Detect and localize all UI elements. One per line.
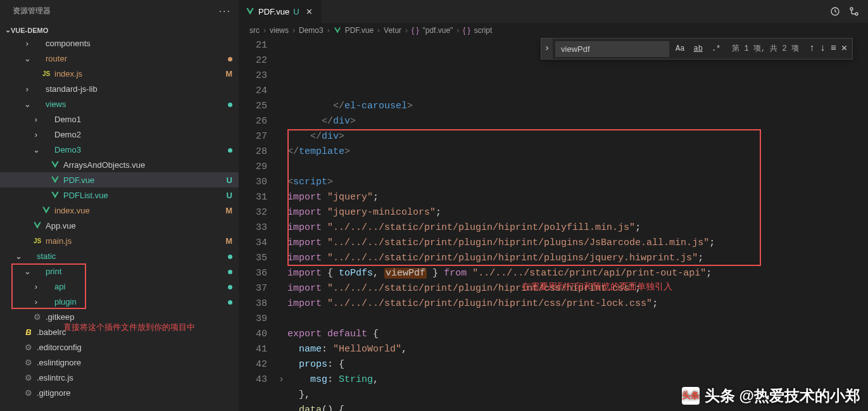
- find-prev-icon[interactable]: ↑: [809, 41, 815, 56]
- tree-item-status: [220, 282, 232, 291]
- tree-item-label: .eslintignore: [37, 358, 220, 367]
- tree-item--editorconfig[interactable]: ⚙.editorconfig: [0, 339, 239, 355]
- tree-item-status: [220, 267, 232, 276]
- tree-item--gitignore[interactable]: ⚙.gitignore: [0, 385, 239, 400]
- tree-item-views[interactable]: ⌄views: [0, 96, 239, 111]
- tree-item-label: .eslintrc.js: [37, 373, 220, 383]
- editor-body[interactable]: 2122232425262728293031323334353637383940…: [239, 38, 868, 411]
- tree-item-status: M: [220, 236, 232, 246]
- file-tree: ›components⌄routerJSindex.jsM›standard-j…: [0, 35, 239, 400]
- chevron-icon: ›: [23, 84, 32, 94]
- whole-word-toggle[interactable]: ab: [691, 40, 705, 58]
- tree-item-pdf-vue[interactable]: PDF.vueU: [0, 172, 239, 187]
- chevron-icon: ›: [32, 130, 41, 139]
- tree-item-print[interactable]: ⌄print: [0, 263, 239, 279]
- chevron-icon: ›: [23, 39, 32, 48]
- file-icon: ⚙: [23, 343, 34, 352]
- breadcrumb-seg[interactable]: script: [474, 26, 493, 35]
- file-icon: ⚙: [32, 312, 43, 322]
- tree-item-label: api: [54, 282, 220, 291]
- tree-item-label: index.js: [54, 69, 220, 79]
- svg-point-1: [850, 8, 853, 10]
- tree-item-demo3[interactable]: ⌄Demo3: [0, 142, 239, 157]
- explorer-sidebar: 资源管理器 ··· ⌄ VUE-DEMO ›components⌄routerJ…: [0, 0, 239, 411]
- tree-item-label: Demo3: [54, 145, 220, 155]
- file-icon: ⚙: [23, 373, 34, 383]
- history-icon[interactable]: [830, 6, 840, 16]
- find-input[interactable]: [555, 41, 669, 57]
- tree-item-index-js[interactable]: JSindex.jsM: [0, 66, 239, 81]
- chevron-icon: ›: [32, 282, 41, 291]
- vue-icon: [246, 7, 255, 16]
- tree-item--eslintignore[interactable]: ⚙.eslintignore: [0, 355, 239, 370]
- find-selection-icon[interactable]: ≡: [831, 41, 836, 56]
- tree-item-label: index.vue: [54, 206, 220, 215]
- tree-item-components[interactable]: ›components: [0, 35, 239, 51]
- breadcrumb-seg[interactable]: PDF.vue: [345, 26, 374, 35]
- code-content[interactable]: 在需要用到打印和预览的页面单独引入 </el-carousel> </div> …: [287, 38, 868, 411]
- tab-status: U: [293, 7, 299, 16]
- breadcrumb-sep: ›: [263, 26, 266, 35]
- breadcrumb-sep: ›: [456, 26, 459, 35]
- breadcrumb-seg[interactable]: "pdf.vue": [422, 26, 453, 35]
- tree-item-arraysandobjects-vue[interactable]: ArraysAndObjects.vue: [0, 157, 239, 172]
- tree-item-app-vue[interactable]: App.vue: [0, 218, 239, 233]
- tree-item-static[interactable]: ⌄static: [0, 248, 239, 263]
- file-icon: [49, 175, 61, 184]
- tree-item-label: Demo1: [54, 115, 220, 124]
- fold-marker-icon[interactable]: ›: [279, 374, 284, 385]
- braces-icon: { }: [412, 26, 418, 35]
- find-expand-toggle[interactable]: ›: [541, 39, 553, 59]
- tree-item-label: ArraysAndObjects.vue: [63, 160, 220, 170]
- file-icon: ⚙: [23, 388, 34, 398]
- tree-item-label: .gitkeep: [46, 312, 220, 322]
- tree-item-index-vue[interactable]: index.vueM: [0, 203, 239, 218]
- tab-pdf-vue[interactable]: PDF.vue U ✕: [239, 0, 322, 23]
- tree-item-demo1[interactable]: ›Demo1: [0, 111, 239, 127]
- file-icon: JS: [41, 70, 52, 77]
- tree-item-status: M: [220, 206, 232, 215]
- tree-item-plugin[interactable]: ›plugin: [0, 294, 239, 309]
- breadcrumb[interactable]: src›views›Demo3›PDF.vue›Vetur›{ }"pdf.vu…: [239, 23, 868, 38]
- find-next-icon[interactable]: ↓: [820, 41, 826, 56]
- close-icon[interactable]: ✕: [303, 6, 315, 18]
- tree-item-label: App.vue: [46, 221, 220, 231]
- tree-item-label: .editorconfig: [37, 343, 220, 352]
- chevron-icon: ⌄: [23, 54, 32, 63]
- explorer-title: 资源管理器: [13, 6, 51, 16]
- breadcrumb-seg[interactable]: views: [270, 26, 289, 35]
- project-root[interactable]: ⌄ VUE-DEMO: [0, 25, 239, 35]
- tree-item-label: router: [46, 54, 220, 63]
- breadcrumb-seg[interactable]: Demo3: [299, 26, 324, 35]
- tree-item-api[interactable]: ›api: [0, 279, 239, 294]
- chevron-icon: ⌄: [14, 251, 23, 261]
- project-name: VUE-DEMO: [11, 27, 48, 34]
- tree-item-label: plugin: [54, 297, 220, 307]
- tree-item-label: Demo2: [54, 130, 220, 139]
- tab-label: PDF.vue: [258, 7, 289, 16]
- tree-item-pdflist-vue[interactable]: PDFList.vueU: [0, 187, 239, 203]
- tree-item-main-js[interactable]: JSmain.jsM: [0, 233, 239, 248]
- diff-icon[interactable]: [849, 6, 859, 16]
- tree-item-status: U: [220, 191, 232, 200]
- tree-item-label: static: [37, 251, 220, 261]
- search-highlight: viewPdf: [384, 268, 427, 279]
- tree-item-label: main.js: [46, 236, 220, 246]
- tree-item-router[interactable]: ⌄router: [0, 51, 239, 66]
- tree-item-standard-js-lib[interactable]: ›standard-js-lib: [0, 81, 239, 96]
- tree-item-label: views: [46, 99, 220, 109]
- breadcrumb-seg[interactable]: Vetur: [384, 26, 401, 35]
- watermark: 头条 头条 @热爱技术的小郑: [682, 386, 860, 406]
- breadcrumb-sep: ›: [405, 26, 408, 35]
- find-options: Aa ab .*: [669, 40, 727, 58]
- explorer-more-icon[interactable]: ···: [219, 6, 231, 17]
- breadcrumb-seg[interactable]: src: [249, 26, 260, 35]
- tree-item-demo2[interactable]: ›Demo2: [0, 127, 239, 142]
- tree-item-status: M: [220, 69, 232, 79]
- find-close-icon[interactable]: ✕: [841, 41, 847, 56]
- match-case-toggle[interactable]: Aa: [673, 40, 687, 58]
- chevron-icon: ›: [32, 297, 41, 307]
- regex-toggle[interactable]: .*: [709, 40, 723, 58]
- tree-item--eslintrc-js[interactable]: ⚙.eslintrc.js: [0, 370, 239, 385]
- tab-actions: [830, 6, 868, 16]
